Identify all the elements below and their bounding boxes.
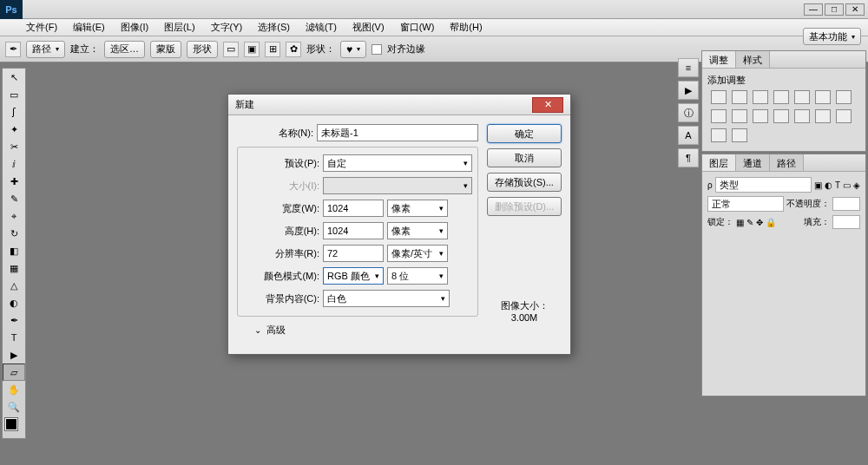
history-brush-tool[interactable]: ↻ [3,225,25,242]
healing-tool[interactable]: ✚ [3,173,25,190]
pen-tool[interactable]: ✒ [3,311,25,329]
adj-lookup-icon[interactable] [773,109,789,123]
tab-layers[interactable]: 图层 [702,154,736,171]
menu-image[interactable]: 图像(I) [117,19,152,36]
color-swatch[interactable] [5,418,23,436]
eyedropper-tool[interactable]: ⅈ [3,155,25,173]
adj-levels-icon[interactable] [732,90,747,104]
dialog-titlebar[interactable]: 新建 ✕ [228,95,570,115]
make-shape-button[interactable]: 形状 [187,41,218,58]
adj-threshold-icon[interactable] [836,109,852,123]
height-unit-dropdown[interactable]: 像素 [387,222,448,239]
color-mode-dropdown[interactable]: RGB 颜色 [323,267,384,285]
adj-curves-icon[interactable] [753,90,768,104]
tab-channels[interactable]: 通道 [736,154,770,171]
align-edges-checkbox[interactable] [372,44,382,55]
zoom-tool[interactable]: 🔍 [3,398,25,416]
gradient-tool[interactable]: ▦ [3,259,25,277]
filter-icon-4[interactable]: ▭ [843,180,851,190]
navigator-icon[interactable]: ▶ [678,81,699,100]
tab-paths[interactable]: 路径 [770,154,804,171]
bit-depth-dropdown[interactable]: 8 位 [387,267,448,285]
info-icon[interactable]: ⓘ [678,103,699,122]
path-op-icon-3[interactable]: ⊞ [265,42,280,57]
filter-icon-1[interactable]: ▣ [814,180,822,190]
type-tool[interactable]: T [3,329,25,346]
eraser-tool[interactable]: ◧ [3,242,25,259]
path-op-icon-1[interactable]: ▭ [223,42,239,57]
adj-exposure-icon[interactable] [773,90,789,104]
resolution-unit-dropdown[interactable]: 像素/英寸 [387,245,448,262]
fill-input[interactable] [832,215,860,229]
menu-select[interactable]: 选择(S) [254,19,293,36]
marquee-tool[interactable]: ▭ [3,86,25,103]
mode-dropdown[interactable]: 路径 [26,41,65,58]
tool-preset-icon[interactable]: ✒ [5,42,21,57]
hand-tool[interactable]: ✋ [3,381,25,398]
character-icon[interactable]: A [678,126,699,145]
adj-selective-icon[interactable] [732,128,747,142]
menu-help[interactable]: 帮助(H) [446,19,485,36]
adj-poster-icon[interactable] [815,109,831,123]
histogram-icon[interactable]: ≡ [678,58,699,77]
minimize-button[interactable]: — [804,3,823,16]
menu-type[interactable]: 文字(Y) [207,19,247,36]
workspace-dropdown[interactable]: 基本功能 [803,28,861,45]
width-input[interactable] [323,200,384,217]
cancel-button[interactable]: 取消 [487,148,562,167]
advanced-toggle[interactable]: ⌄ 高级 [237,324,478,337]
gear-icon[interactable]: ✿ [286,42,301,57]
adj-balance-icon[interactable] [836,90,852,104]
path-select-tool[interactable]: ▶ [3,346,25,363]
close-button[interactable]: ✕ [845,3,865,16]
adj-hue-icon[interactable] [815,90,831,104]
dialog-close-button[interactable]: ✕ [532,97,563,113]
path-op-icon-2[interactable]: ▣ [244,42,260,57]
name-input[interactable] [317,124,478,141]
resolution-input[interactable] [323,245,384,262]
lock-pixels-icon[interactable]: ✎ [746,218,753,227]
menu-edit[interactable]: 编辑(E) [69,19,108,36]
menu-layer[interactable]: 图层(L) [161,19,198,36]
lock-all-icon[interactable]: 🔒 [766,218,776,227]
filter-icon-5[interactable]: ◈ [853,180,860,190]
filter-icon-3[interactable]: T [835,180,840,190]
shape-picker[interactable]: ♥ [340,41,366,58]
lock-trans-icon[interactable]: ▦ [736,218,744,227]
width-unit-dropdown[interactable]: 像素 [387,200,448,217]
menu-filter[interactable]: 滤镜(T) [302,19,340,36]
preset-dropdown[interactable]: 自定 [323,154,472,172]
adj-gradient-icon[interactable] [711,128,727,142]
adj-mixer-icon[interactable] [753,109,768,123]
ok-button[interactable]: 确定 [487,124,562,143]
blur-tool[interactable]: △ [3,277,25,294]
maximize-button[interactable]: □ [825,3,844,16]
bg-content-dropdown[interactable]: 白色 [323,290,450,307]
stamp-tool[interactable]: ⌖ [3,207,25,225]
wand-tool[interactable]: ✦ [3,121,25,138]
shape-tool[interactable]: ▱ [3,363,25,381]
menu-window[interactable]: 窗口(W) [397,19,438,36]
tab-adjustments[interactable]: 调整 [702,51,736,68]
menu-file[interactable]: 文件(F) [23,19,61,36]
adj-photo-icon[interactable] [732,109,747,123]
tab-styles[interactable]: 样式 [736,51,770,68]
adj-bw-icon[interactable] [711,109,727,123]
dodge-tool[interactable]: ◐ [3,294,25,311]
layer-filter-dropdown[interactable]: 类型 [715,177,812,193]
save-preset-button[interactable]: 存储预设(S)... [487,173,562,192]
filter-icon-2[interactable]: ◐ [825,180,832,190]
adj-vibrance-icon[interactable] [794,90,810,104]
crop-tool[interactable]: ✂ [3,138,25,155]
lasso-tool[interactable]: ʃ [3,103,25,121]
adj-brightness-icon[interactable] [711,90,727,104]
blend-mode-dropdown[interactable]: 正常 [707,196,784,212]
adj-invert-icon[interactable] [794,109,810,123]
brush-tool[interactable]: ✎ [3,190,25,207]
make-mask-button[interactable]: 蒙版 [150,41,181,58]
make-selection-button[interactable]: 选区… [104,41,145,58]
paragraph-icon[interactable]: ¶ [678,148,699,167]
move-tool[interactable]: ↖ [3,69,25,86]
opacity-input[interactable] [832,197,860,211]
menu-view[interactable]: 视图(V) [349,19,388,36]
